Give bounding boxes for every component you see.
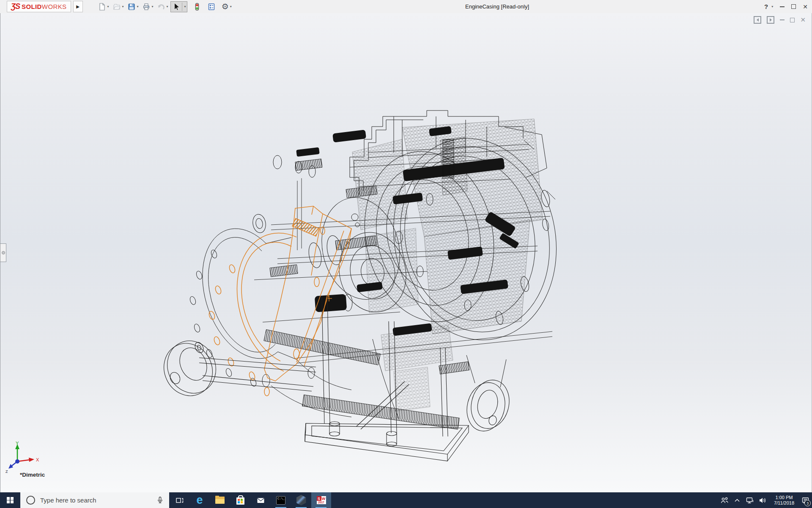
- minimize-button[interactable]: [780, 6, 785, 7]
- options-button[interactable]: ⚙ ▾: [220, 2, 233, 11]
- volume-icon: [758, 497, 767, 504]
- open-folder-icon: [112, 3, 121, 11]
- view-orientation-label: *Dimetric: [20, 472, 45, 478]
- taskbar-item-edge[interactable]: e: [189, 492, 210, 508]
- open-button[interactable]: ▾: [111, 2, 125, 12]
- file-properties-icon: [207, 3, 216, 11]
- clock-date: 7/11/2018: [774, 500, 794, 506]
- axis-y-label: Y: [16, 441, 19, 446]
- solidworks-logo[interactable]: ƷS SOLID WORKS: [7, 1, 71, 12]
- task-view-button[interactable]: [169, 492, 189, 508]
- command-prompt-icon: C:\_: [276, 496, 285, 505]
- document-window-controls: ✕: [754, 16, 806, 24]
- action-center-button[interactable]: 3: [799, 492, 812, 508]
- brand-solid: SOLID: [22, 3, 42, 10]
- gear-icon: ⚙: [222, 3, 229, 11]
- windows-logo-icon: [7, 497, 14, 504]
- new-document-button[interactable]: ▾: [96, 2, 110, 12]
- rebuild-button[interactable]: [192, 2, 203, 12]
- rebuild-stoplight-icon: [193, 3, 201, 11]
- doc-restore-button[interactable]: [790, 18, 795, 22]
- search-input[interactable]: [40, 497, 151, 504]
- network-icon: [746, 497, 754, 504]
- save-button[interactable]: ▾: [126, 2, 140, 12]
- chevron-up-icon: [734, 497, 741, 503]
- select-cursor-icon: [172, 2, 181, 11]
- save-caret[interactable]: ▾: [137, 5, 139, 8]
- new-document-icon: [98, 3, 106, 11]
- file-properties-button[interactable]: [206, 2, 217, 12]
- taskbar-item-hexagon-app[interactable]: [291, 492, 311, 508]
- triangle-left-icon: [757, 18, 759, 22]
- restore-button[interactable]: [791, 4, 796, 9]
- select-caret[interactable]: ▾: [184, 5, 186, 8]
- solidworks-window: ƷS SOLID WORKS ▶ ▾ ▾: [0, 0, 812, 508]
- undo-icon: [157, 3, 165, 11]
- close-button[interactable]: ✕: [803, 3, 808, 10]
- graphics-viewport[interactable]: ✕ Y X Z *Dimetric: [0, 13, 812, 492]
- cortana-icon: [26, 496, 35, 505]
- print-caret[interactable]: ▾: [152, 5, 154, 8]
- axis-z-label: Z: [5, 469, 8, 474]
- solidworks-2017-icon: S W 2017: [317, 496, 326, 504]
- axis-x-label: X: [36, 457, 39, 462]
- taskbar-item-file-explorer[interactable]: [210, 492, 230, 508]
- network-button[interactable]: [743, 492, 756, 508]
- print-button[interactable]: ▾: [141, 2, 155, 12]
- tray-overflow-button[interactable]: [731, 492, 743, 508]
- select-split-divider: [182, 3, 182, 11]
- open-caret[interactable]: ▾: [122, 5, 124, 8]
- options-caret[interactable]: ▾: [230, 5, 232, 8]
- file-explorer-icon: [215, 497, 225, 504]
- doc-close-button[interactable]: ✕: [800, 16, 806, 24]
- solidworks-logo-glyph: ƷS: [11, 2, 20, 11]
- orientation-triad: Y X Z: [1, 441, 52, 487]
- title-bar: ƷS SOLID WORKS ▶ ▾ ▾: [0, 0, 812, 14]
- taskbar-item-solidworks[interactable]: S W 2017: [311, 492, 331, 508]
- new-caret[interactable]: ▾: [107, 5, 109, 8]
- volume-button[interactable]: [756, 492, 769, 508]
- undo-button[interactable]: ▾: [156, 2, 170, 12]
- right-end-plate[interactable]: [462, 376, 514, 435]
- taskbar-item-command-prompt[interactable]: C:\_: [271, 492, 291, 508]
- window-controls: ? ▾ ✕: [764, 0, 808, 13]
- windows-taskbar: e C:\_: [0, 492, 812, 508]
- model-wireframe: [0, 13, 812, 492]
- mail-icon: [256, 497, 265, 504]
- document-title: EngineCasing [Read-only]: [465, 0, 529, 13]
- taskbar-item-store[interactable]: [230, 492, 250, 508]
- solidworks-year-label: 2017: [317, 501, 326, 504]
- help-icon: ?: [764, 3, 768, 10]
- start-button[interactable]: [0, 492, 20, 508]
- select-tool-button[interactable]: ▾: [170, 1, 187, 12]
- menu-expand-arrow-icon[interactable]: ▶: [73, 1, 83, 12]
- main-toolbar: ▾ ▾ ▾: [96, 1, 233, 12]
- save-floppy-icon: [127, 3, 136, 11]
- pane-collapse-right-button[interactable]: [767, 16, 774, 24]
- taskbar-item-mail[interactable]: [250, 492, 271, 508]
- system-tray: 1:00 PM 7/11/2018 3: [718, 492, 812, 508]
- feature-panel-collapsed-tab[interactable]: [0, 243, 6, 262]
- taskbar-search[interactable]: [20, 492, 169, 508]
- brand-works: WORKS: [42, 3, 67, 10]
- store-icon: [236, 497, 244, 505]
- undo-caret[interactable]: ▾: [167, 5, 168, 8]
- taskbar-clock[interactable]: 1:00 PM 7/11/2018: [769, 492, 799, 508]
- task-view-icon: [176, 497, 184, 504]
- clock-time: 1:00 PM: [776, 495, 793, 500]
- notification-badge: 3: [804, 500, 811, 506]
- people-icon: [720, 497, 729, 504]
- panel-tab-dot-icon: [2, 251, 5, 254]
- triangle-right-icon: [770, 18, 772, 22]
- help-button[interactable]: ? ▾: [764, 3, 773, 10]
- print-icon: [142, 3, 151, 11]
- microphone-icon[interactable]: [156, 496, 164, 504]
- edge-icon: e: [196, 494, 203, 506]
- hexagon-app-icon: [296, 495, 306, 505]
- people-button[interactable]: [718, 492, 731, 508]
- help-caret: ▾: [771, 5, 773, 8]
- pane-collapse-left-button[interactable]: [754, 16, 761, 24]
- doc-minimize-button[interactable]: [780, 19, 785, 20]
